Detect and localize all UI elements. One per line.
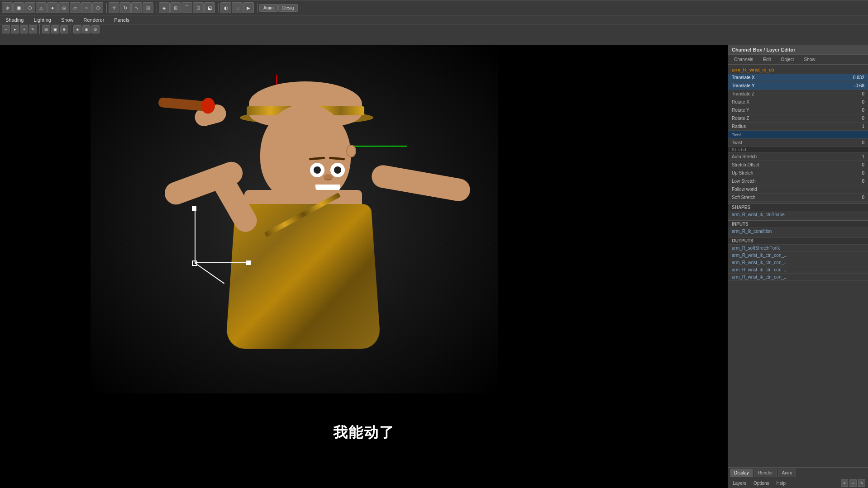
show-menu[interactable]: Show: [58, 16, 76, 24]
grid-snap-icon[interactable]: ⊞: [170, 2, 181, 13]
panels-menu[interactable]: Panels: [111, 16, 132, 24]
select-sm[interactable]: ▸: [11, 25, 19, 33]
render-tab[interactable]: Render: [754, 469, 777, 477]
hide-sel-sm[interactable]: ◉: [82, 25, 91, 33]
translate-y-channel[interactable]: Translate Y -0.68: [728, 82, 868, 90]
layer-icon-1[interactable]: ≡: [841, 479, 848, 487]
object-tab[interactable]: Object: [777, 56, 798, 63]
surface-snap-icon[interactable]: ⬕: [204, 2, 215, 13]
rotate-x-label: Rotate X: [732, 99, 837, 104]
circle-icon[interactable]: ○: [81, 2, 92, 13]
twist-section-indicator: Twist: [728, 131, 868, 139]
wire-sm[interactable]: ⊞: [42, 25, 50, 33]
anim-buttons-group: Anim Desig: [259, 4, 298, 12]
flat-sm[interactable]: ■: [60, 25, 68, 33]
select-tool-icon[interactable]: ⊕: [2, 2, 13, 13]
translate-y-value[interactable]: -0.68: [837, 83, 864, 88]
torus-icon[interactable]: ◎: [58, 2, 69, 13]
rotate-y-value[interactable]: 0: [837, 108, 864, 113]
node-name[interactable]: arm_R_wrist_ik_ctrl: [728, 66, 868, 74]
manip-icon[interactable]: ⊞: [143, 2, 153, 13]
auto-stretch-value[interactable]: 1: [837, 154, 864, 159]
soft-stretch-value[interactable]: 0: [837, 195, 864, 200]
translate-x-channel[interactable]: Translate X 0.032: [728, 74, 868, 82]
low-stretch-value[interactable]: 0: [837, 179, 864, 184]
separator6: [71, 24, 71, 34]
inputs-item-1[interactable]: arm_R_ik_condition: [728, 228, 868, 235]
outputs-item-5[interactable]: arm_R_wrist_ik_ctrl_con_...: [728, 274, 868, 281]
lighting-menu[interactable]: Lighting: [31, 16, 54, 24]
move-icon[interactable]: ✛: [109, 2, 119, 13]
display-tab[interactable]: Display: [730, 469, 753, 477]
edit-tab[interactable]: Edit: [759, 56, 775, 63]
options-label[interactable]: Options: [752, 480, 771, 486]
character-scene: 我能动了: [0, 45, 728, 488]
radius-channel[interactable]: Radius 1: [728, 123, 868, 131]
cylinder-icon[interactable]: ⬡: [24, 2, 35, 13]
rotate-x-value[interactable]: 0: [837, 99, 864, 104]
outputs-item-2[interactable]: arm_R_wrist_ik_ctrl_con_...: [728, 252, 868, 259]
surface-icon[interactable]: ⬡: [92, 2, 103, 13]
cone-icon[interactable]: △: [36, 2, 47, 13]
outputs-item-1[interactable]: arm_R_softStretchForIk: [728, 245, 868, 252]
layer-row: Layers Options Help ≡ + ✎: [728, 478, 868, 488]
channels-tab[interactable]: Channels: [730, 56, 757, 63]
up-stretch-value[interactable]: 0: [837, 171, 864, 175]
layer-icon-2[interactable]: +: [849, 479, 857, 487]
viewport[interactable]: 我能动了: [0, 45, 728, 488]
stretch-offset-channel[interactable]: Stretch Offset 0: [728, 161, 868, 169]
y-end-handle[interactable]: [192, 206, 196, 211]
translate-z-value[interactable]: 0: [837, 91, 864, 96]
desig-button[interactable]: Desig: [278, 4, 298, 12]
point-snap-icon[interactable]: ⊡: [193, 2, 204, 13]
ipr-icon[interactable]: ▶: [243, 2, 254, 13]
cube-icon[interactable]: ▣: [13, 2, 24, 13]
anim-tab[interactable]: Anim: [778, 469, 796, 477]
rotate-z-value[interactable]: 0: [837, 116, 864, 121]
twist-channel[interactable]: Twist 0: [728, 139, 868, 147]
anim-button[interactable]: Anim: [259, 4, 278, 12]
rotate-icon[interactable]: ↻: [120, 2, 131, 13]
smooth-sm[interactable]: ▣: [51, 25, 59, 33]
x-end-handle[interactable]: [246, 261, 251, 265]
curve-snap-icon[interactable]: ⌒: [181, 2, 192, 13]
layers-label[interactable]: Layers: [731, 480, 748, 486]
translate-x-value[interactable]: 0.032: [837, 75, 864, 80]
follow-world-channel[interactable]: Follow world: [728, 185, 868, 194]
rotate-z-channel[interactable]: Rotate Z 0: [728, 114, 868, 123]
sub-menu-bar: Shading Lighting Show Renderer Panels: [0, 15, 868, 24]
paint-sm[interactable]: ✎: [29, 25, 37, 33]
help-label[interactable]: Help: [774, 480, 787, 486]
shading-menu[interactable]: Shading: [3, 16, 26, 24]
low-stretch-channel[interactable]: Low Stretch 0: [728, 177, 868, 185]
layer-icon-3[interactable]: ✎: [858, 479, 865, 487]
isolate-sm[interactable]: ⊙: [91, 25, 100, 33]
snap-icon[interactable]: ◈: [159, 2, 170, 13]
stretch-offset-value[interactable]: 0: [837, 162, 864, 167]
twist-section-label: Twist: [732, 133, 837, 137]
translate-z-channel[interactable]: Translate Z 0: [728, 90, 868, 98]
renderer-menu[interactable]: Renderer: [81, 16, 107, 24]
rotate-y-label: Rotate Y: [732, 108, 837, 113]
shapes-item-1[interactable]: arm_R_wrist_ik_ctrlShape: [728, 211, 868, 218]
separator2: [157, 3, 157, 13]
twist-value[interactable]: 0: [837, 140, 864, 145]
render-preview-icon[interactable]: ◐: [220, 2, 231, 13]
show-all-sm[interactable]: ◈: [73, 25, 81, 33]
sphere-icon[interactable]: ●: [47, 2, 58, 13]
outputs-item-3[interactable]: arm_R_wrist_ik_ctrl_con_...: [728, 259, 868, 266]
origin-handle[interactable]: [192, 261, 197, 266]
move-tool-sm[interactable]: ↔: [2, 25, 10, 33]
scale-icon[interactable]: ⤡: [131, 2, 142, 13]
soft-stretch-channel[interactable]: Soft Stretch 0: [728, 194, 868, 202]
up-stretch-channel[interactable]: Up Stretch 0: [728, 169, 868, 177]
plane-icon[interactable]: ▱: [70, 2, 81, 13]
radius-value[interactable]: 1: [837, 124, 864, 129]
outputs-item-4[interactable]: arm_R_wrist_ik_ctrl_con_...: [728, 266, 868, 274]
rotate-x-channel[interactable]: Rotate X 0: [728, 98, 868, 106]
lasso-sm[interactable]: ⌖: [20, 25, 28, 33]
auto-stretch-channel[interactable]: Auto Stretch 1: [728, 153, 868, 161]
rotate-y-channel[interactable]: Rotate Y 0: [728, 106, 868, 114]
show-tab[interactable]: Show: [800, 56, 819, 63]
render-icon[interactable]: □: [232, 2, 243, 13]
